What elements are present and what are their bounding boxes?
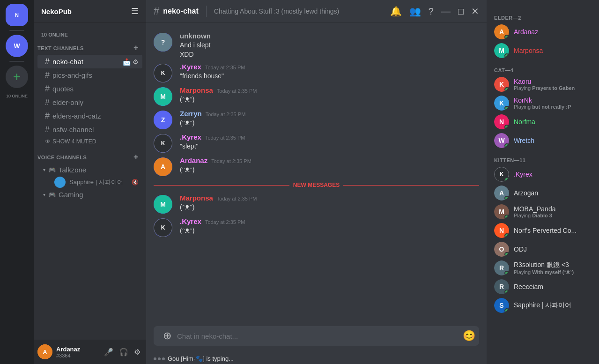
notification-bell-icon[interactable]: 🔔 bbox=[390, 6, 402, 17]
voice-channel-name: Talkzone bbox=[59, 166, 86, 174]
server-name: NekoPub bbox=[41, 7, 72, 15]
status-dot bbox=[504, 177, 509, 182]
add-server-button[interactable]: + bbox=[6, 66, 28, 88]
message-author[interactable]: Marponsa bbox=[180, 194, 213, 202]
voice-user-sapphire[interactable]: Sapphire | 사파이어 🔇 bbox=[37, 176, 142, 189]
channel-neko-chat[interactable]: # neko-chat 📩 ⚙ bbox=[37, 55, 142, 68]
invite-channel-icon[interactable]: 📩 bbox=[123, 58, 131, 66]
voice-channel-talkzone[interactable]: ▾ 🎮 Talkzone bbox=[37, 164, 142, 176]
member-info: R3solution 眼鏡 <3 Playing With myself (ᵔᴥ… bbox=[514, 261, 592, 275]
message-text: (ᵔᴥᵔ) bbox=[180, 226, 479, 236]
channel-nsfw[interactable]: # nsfw-channel bbox=[37, 123, 142, 136]
message-header: Marponsa Today at 2:35 PM bbox=[180, 194, 479, 202]
user-settings-button[interactable]: ⚙ bbox=[132, 346, 142, 358]
emoji-icon[interactable]: 😊 bbox=[461, 326, 477, 346]
member-info: KorNk Playing but not really :P bbox=[514, 97, 592, 110]
member-avatar: K bbox=[494, 77, 509, 92]
channel-pics-and-gifs[interactable]: # pics-and-gifs bbox=[37, 68, 142, 82]
member-sapphire[interactable]: S Sapphire | 사파이어 bbox=[490, 296, 595, 315]
minimize-icon[interactable]: — bbox=[441, 6, 451, 17]
voice-channels-header[interactable]: VOICE CHANNELS + bbox=[34, 150, 146, 164]
member-moba-panda[interactable]: M MOBA_Panda Playing Diablo 3 bbox=[490, 202, 595, 221]
close-icon[interactable]: ✕ bbox=[471, 6, 479, 17]
message-timestamp: Today at 2:35 PM bbox=[205, 65, 245, 70]
server-divider bbox=[9, 30, 24, 31]
member-info: Reeceiam bbox=[514, 283, 592, 290]
mute-button[interactable]: 🎤 bbox=[102, 346, 115, 358]
member-r3solution[interactable]: R R3solution 眼鏡 <3 Playing With myself (… bbox=[490, 259, 595, 277]
header-divider bbox=[206, 6, 207, 17]
member-avatar: A bbox=[494, 24, 509, 39]
channel-quotes[interactable]: # quotes bbox=[37, 82, 142, 96]
user-controls: 🎤 🎧 ⚙ bbox=[102, 346, 142, 358]
chat-header: # neko-chat Chatting About Stuff :3 (mos… bbox=[146, 0, 487, 22]
member-name: Reeceiam bbox=[514, 283, 592, 290]
voice-icon: 🎮 bbox=[48, 166, 56, 173]
member-wretch[interactable]: W Wretch bbox=[490, 131, 595, 150]
hash-icon: # bbox=[45, 84, 50, 94]
message-content: .Kyrex Today at 2:35 PM (ᵔᴥᵔ) bbox=[180, 217, 479, 237]
member-kaoru[interactable]: K Kaoru Playing Prayers to Gaben bbox=[490, 75, 595, 94]
member-arzogan[interactable]: A Arzogan bbox=[490, 184, 595, 202]
message-group: K .Kyrex Today at 2:35 PM "friends house… bbox=[146, 61, 487, 84]
hash-icon: # bbox=[45, 125, 50, 134]
message-author[interactable]: .Kyrex bbox=[180, 63, 201, 71]
message-author[interactable]: .Kyrex bbox=[180, 133, 201, 141]
voice-channel-gaming[interactable]: ▾ 🎮 Gaming bbox=[37, 189, 142, 201]
member-avatar: O bbox=[494, 242, 509, 257]
message-text: "friends house" bbox=[180, 72, 479, 81]
hamburger-icon[interactable]: ☰ bbox=[131, 6, 139, 16]
message-avatar: Z bbox=[154, 111, 172, 129]
message-header: .Kyrex Today at 2:35 PM bbox=[180, 217, 479, 225]
message-author[interactable]: Zerryn bbox=[180, 110, 202, 118]
member-status: Playing With myself (ᵔᴥᵔ) bbox=[514, 269, 592, 275]
message-group: M Marponsa Today at 2:35 PM (ᵔᴥᵔ) bbox=[146, 192, 487, 215]
message-author[interactable]: Marponsa bbox=[180, 86, 213, 94]
deafen-button[interactable]: 🎧 bbox=[117, 346, 130, 358]
help-icon[interactable]: ? bbox=[429, 6, 434, 17]
chat-input[interactable] bbox=[177, 327, 457, 345]
typing-dot-2 bbox=[158, 357, 161, 360]
channel-elders-and-catz[interactable]: # elders-and-catz bbox=[37, 109, 142, 123]
settings-channel-icon[interactable]: ⚙ bbox=[133, 58, 139, 66]
mute-icon: 🔇 bbox=[132, 179, 139, 186]
channel-name: neko-chat bbox=[52, 58, 83, 66]
member-marponsa[interactable]: M Marponsa bbox=[490, 41, 595, 60]
message-text: (ᵔᴥᵔ) bbox=[180, 165, 479, 175]
typing-dot-3 bbox=[162, 357, 165, 360]
server-icon-2[interactable]: W bbox=[6, 35, 28, 57]
member-norf-perverted[interactable]: N Norf's Perverted Co... bbox=[490, 221, 595, 240]
member-ardanaz[interactable]: A Ardanaz bbox=[490, 22, 595, 41]
member-odj[interactable]: O ODJ bbox=[490, 240, 595, 259]
member-kyrex[interactable]: K .Kyrex bbox=[490, 165, 595, 184]
member-avatar: S bbox=[494, 298, 509, 313]
main-chat-area: # neko-chat Chatting About Stuff :3 (mos… bbox=[146, 0, 487, 364]
hash-icon: # bbox=[45, 97, 50, 107]
member-reeceiam[interactable]: R Reeceiam bbox=[490, 277, 595, 296]
member-avatar: M bbox=[494, 43, 509, 58]
server-icon-nekopub[interactable]: N bbox=[6, 4, 28, 26]
add-voice-channel-button[interactable]: + bbox=[133, 152, 139, 162]
channel-name: pics-and-gifs bbox=[52, 71, 92, 79]
status-dot bbox=[504, 233, 509, 238]
message-content: Marponsa Today at 2:35 PM (ᵔᴥᵔ) bbox=[180, 194, 479, 214]
message-timestamp: Today at 2:35 PM bbox=[217, 88, 257, 94]
members-icon[interactable]: 👥 bbox=[409, 6, 421, 17]
current-user-avatar: A bbox=[37, 344, 52, 359]
eye-icon: 👁 bbox=[45, 138, 51, 145]
message-author[interactable]: .Kyrex bbox=[180, 217, 201, 225]
member-norfma[interactable]: N Norfma bbox=[490, 112, 595, 131]
chat-channel-name: neko-chat bbox=[163, 7, 199, 15]
status-dot bbox=[504, 143, 509, 148]
channel-elder-only[interactable]: # elder-only bbox=[37, 96, 142, 109]
server-header[interactable]: NekoPub ☰ bbox=[34, 0, 146, 22]
show-muted-button[interactable]: 👁 SHOW 4 MUTED bbox=[37, 136, 142, 147]
maximize-icon[interactable]: □ bbox=[458, 6, 464, 17]
upload-icon[interactable]: ⊕ bbox=[161, 326, 173, 346]
message-author[interactable]: Ardanaz bbox=[180, 156, 207, 164]
message-author[interactable]: unknown bbox=[180, 32, 211, 40]
add-text-channel-button[interactable]: + bbox=[133, 43, 139, 53]
member-kornk[interactable]: K KorNk Playing but not really :P bbox=[490, 94, 595, 112]
message-header: Ardanaz Today at 2:35 PM bbox=[180, 156, 479, 164]
text-channels-header[interactable]: TEXT CHANNELS + bbox=[34, 41, 146, 55]
